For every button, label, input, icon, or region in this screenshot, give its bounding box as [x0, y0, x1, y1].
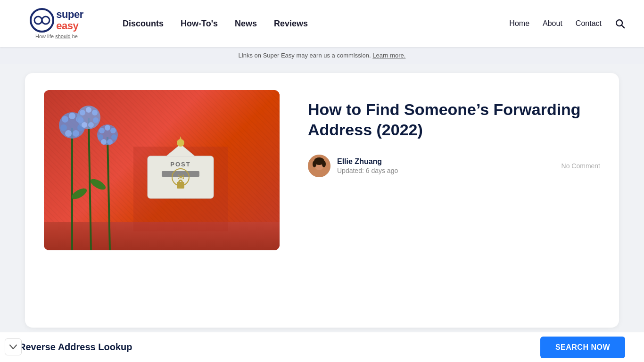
- logo-easy-text: easy: [56, 20, 83, 32]
- svg-point-16: [65, 130, 72, 137]
- svg-point-32: [101, 139, 107, 145]
- svg-point-1: [34, 16, 42, 24]
- collapse-button[interactable]: [5, 338, 22, 355]
- bottom-bar-title: Reverse Address Lookup: [19, 342, 540, 353]
- nav-item-contact[interactable]: Contact: [576, 19, 602, 28]
- nav-item-home[interactable]: Home: [509, 19, 529, 28]
- avatar-image: [308, 155, 330, 177]
- svg-marker-40: [179, 136, 182, 141]
- author-updated: Updated: 6 days ago: [337, 167, 555, 174]
- bottom-bar: Reverse Address Lookup SEARCH NOW: [0, 332, 644, 362]
- nav-item-reviews[interactable]: Reviews: [274, 19, 308, 29]
- nav-item-discounts[interactable]: Discounts: [123, 19, 164, 29]
- search-now-button[interactable]: SEARCH NOW: [540, 337, 625, 358]
- svg-point-29: [110, 128, 116, 133]
- svg-line-4: [622, 25, 625, 28]
- article-title: How to Find Someone’s Forwarding Address…: [308, 99, 600, 140]
- site-header: super easy How life should be Discounts …: [0, 0, 644, 47]
- article-image-container: ✉ POST: [44, 90, 280, 250]
- logo-icon: [30, 8, 54, 33]
- svg-point-30: [111, 134, 117, 140]
- svg-point-27: [99, 128, 105, 133]
- svg-point-49: [313, 161, 316, 167]
- main-content: ✉ POST How to Find Someone’s Forwarding …: [16, 73, 628, 362]
- svg-point-21: [92, 110, 98, 115]
- article-image: ✉ POST: [44, 90, 280, 250]
- mailbox-image: ✉ POST: [133, 109, 228, 231]
- nav-item-howtos[interactable]: How-To's: [181, 19, 218, 29]
- search-icon: [615, 18, 625, 29]
- svg-line-7: [107, 137, 110, 250]
- logo-super-text: super: [56, 9, 83, 20]
- svg-point-17: [60, 124, 67, 131]
- svg-line-6: [89, 118, 91, 250]
- right-navigation: Home About Contact: [509, 18, 625, 29]
- logo-tagline: How life should be: [35, 33, 78, 39]
- svg-point-33: [98, 134, 103, 140]
- svg-point-25: [78, 117, 83, 123]
- svg-point-11: [62, 116, 68, 123]
- svg-point-19: [80, 110, 85, 115]
- svg-point-20: [86, 107, 91, 113]
- author-avatar: [308, 155, 330, 177]
- svg-point-2: [42, 16, 50, 24]
- search-button[interactable]: [615, 18, 625, 29]
- article-info: How to Find Someone’s Forwarding Address…: [308, 90, 600, 177]
- flower-decoration: [53, 99, 148, 250]
- svg-point-50: [322, 161, 326, 167]
- author-name: Ellie Zhuang: [337, 157, 555, 166]
- commission-banner: Links on Super Easy may earn us a commis…: [0, 47, 644, 64]
- nav-item-about[interactable]: About: [543, 19, 562, 28]
- learn-more-link[interactable]: Learn more.: [372, 52, 405, 59]
- nav-item-news[interactable]: News: [235, 19, 257, 29]
- main-navigation: Discounts How-To's News Reviews: [123, 19, 509, 29]
- svg-point-23: [88, 122, 94, 128]
- svg-point-22: [93, 117, 99, 123]
- svg-point-28: [105, 125, 110, 131]
- svg-text:POST: POST: [170, 161, 190, 168]
- svg-point-24: [82, 122, 87, 128]
- svg-text:✉: ✉: [177, 173, 184, 182]
- logo[interactable]: super easy How life should be: [19, 8, 94, 39]
- svg-point-12: [69, 113, 75, 119]
- author-details: Ellie Zhuang Updated: 6 days ago: [337, 157, 555, 174]
- comment-count: No Comment: [561, 162, 600, 170]
- svg-point-31: [107, 139, 113, 145]
- author-row: Ellie Zhuang Updated: 6 days ago No Comm…: [308, 155, 600, 177]
- svg-point-15: [73, 130, 79, 137]
- article-card: ✉ POST How to Find Someone’s Forwarding …: [25, 73, 619, 328]
- chevron-down-icon: [9, 345, 17, 349]
- svg-point-9: [89, 177, 107, 192]
